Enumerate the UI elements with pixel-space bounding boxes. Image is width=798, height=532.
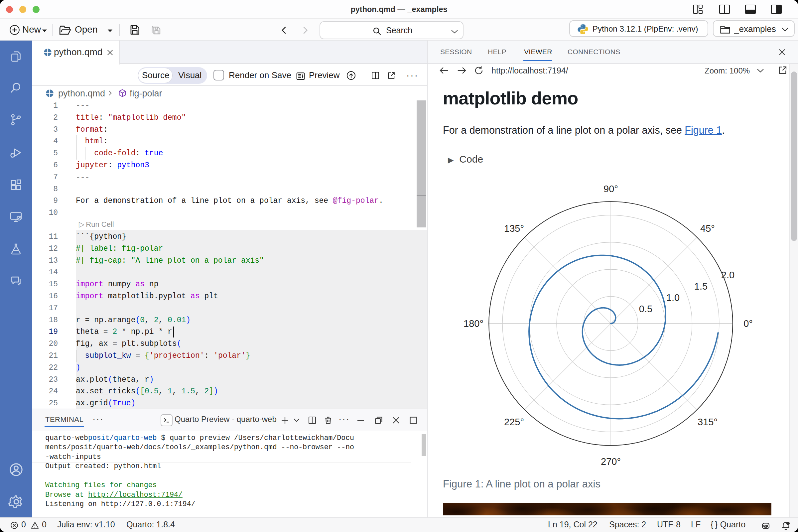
svg-text:315°: 315° — [698, 417, 718, 427]
svg-text:2.0: 2.0 — [721, 270, 735, 280]
svg-text:0.5: 0.5 — [639, 304, 652, 314]
svg-text:180°: 180° — [463, 318, 483, 329]
svg-text:90°: 90° — [604, 184, 618, 194]
svg-text:135°: 135° — [504, 223, 524, 234]
svg-text:0°: 0° — [743, 318, 753, 329]
svg-text:1.0: 1.0 — [666, 292, 680, 303]
svg-text:225°: 225° — [504, 417, 524, 427]
svg-text:45°: 45° — [700, 223, 715, 234]
svg-text:1.5: 1.5 — [694, 281, 707, 291]
svg-text:270°: 270° — [601, 456, 621, 467]
